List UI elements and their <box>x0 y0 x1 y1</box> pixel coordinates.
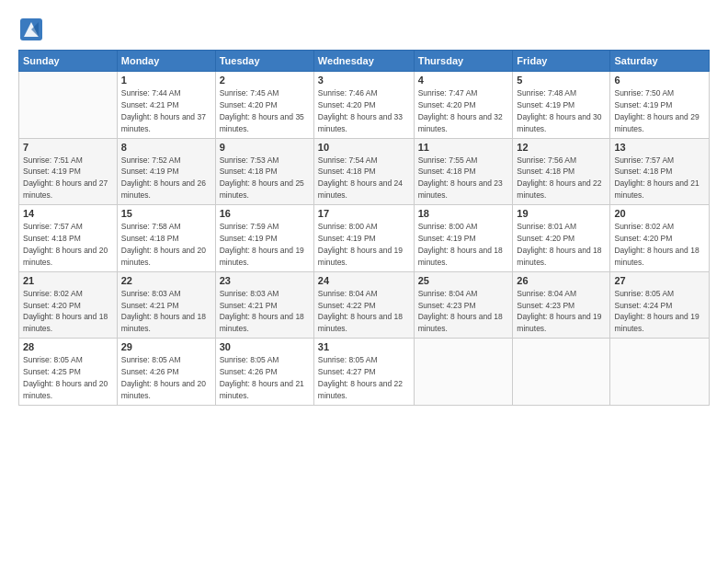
day-number: 31 <box>318 341 410 352</box>
calendar-cell: 2Sunrise: 7:45 AMSunset: 4:20 PMDaylight… <box>215 72 313 139</box>
day-number: 30 <box>220 341 310 352</box>
day-number: 4 <box>418 75 509 86</box>
calendar-cell: 21Sunrise: 8:02 AMSunset: 4:20 PMDayligh… <box>19 271 118 339</box>
weekday-header-row: SundayMondayTuesdayWednesdayThursdayFrid… <box>19 51 710 72</box>
calendar-cell: 1Sunrise: 7:44 AMSunset: 4:21 PMDaylight… <box>117 72 215 139</box>
calendar-cell: 11Sunrise: 7:55 AMSunset: 4:18 PMDayligh… <box>414 138 513 205</box>
calendar-cell: 27Sunrise: 8:05 AMSunset: 4:24 PMDayligh… <box>610 271 710 339</box>
day-number: 29 <box>121 341 211 352</box>
day-info: Sunrise: 8:04 AMSunset: 4:23 PMDaylight:… <box>418 289 503 334</box>
day-info: Sunrise: 8:00 AMSunset: 4:19 PMDaylight:… <box>318 222 403 267</box>
day-info: Sunrise: 8:04 AMSunset: 4:23 PMDaylight:… <box>517 289 601 334</box>
calendar-cell: 16Sunrise: 7:59 AMSunset: 4:19 PMDayligh… <box>215 205 313 272</box>
day-number: 25 <box>418 275 509 286</box>
calendar-cell: 3Sunrise: 7:46 AMSunset: 4:20 PMDaylight… <box>313 72 414 139</box>
weekday-header: Wednesday <box>313 51 414 72</box>
calendar-cell <box>414 339 513 406</box>
day-info: Sunrise: 7:47 AMSunset: 4:20 PMDaylight:… <box>418 88 503 133</box>
day-info: Sunrise: 8:03 AMSunset: 4:21 PMDaylight:… <box>220 289 304 334</box>
calendar-cell: 7Sunrise: 7:51 AMSunset: 4:19 PMDaylight… <box>19 138 118 205</box>
day-number: 16 <box>220 208 310 219</box>
day-info: Sunrise: 7:59 AMSunset: 4:19 PMDaylight:… <box>220 222 304 267</box>
logo <box>18 17 48 42</box>
calendar-cell: 10Sunrise: 7:54 AMSunset: 4:18 PMDayligh… <box>313 138 414 205</box>
calendar-cell <box>610 339 710 406</box>
day-info: Sunrise: 7:50 AMSunset: 4:19 PMDaylight:… <box>614 88 699 133</box>
calendar-cell: 24Sunrise: 8:04 AMSunset: 4:22 PMDayligh… <box>313 271 414 339</box>
weekday-header: Friday <box>513 51 610 72</box>
day-info: Sunrise: 7:48 AMSunset: 4:19 PMDaylight:… <box>517 88 601 133</box>
calendar-cell: 8Sunrise: 7:52 AMSunset: 4:19 PMDaylight… <box>117 138 215 205</box>
weekday-header: Tuesday <box>215 51 313 72</box>
day-number: 7 <box>23 142 113 153</box>
day-number: 27 <box>614 275 705 286</box>
day-number: 6 <box>614 75 705 86</box>
calendar-cell: 28Sunrise: 8:05 AMSunset: 4:25 PMDayligh… <box>19 339 118 406</box>
calendar-week-row: 21Sunrise: 8:02 AMSunset: 4:20 PMDayligh… <box>19 271 710 339</box>
day-number: 22 <box>121 275 211 286</box>
calendar-cell <box>19 72 118 139</box>
day-info: Sunrise: 7:52 AMSunset: 4:19 PMDaylight:… <box>121 155 206 201</box>
day-number: 2 <box>220 75 310 86</box>
day-info: Sunrise: 7:46 AMSunset: 4:20 PMDaylight:… <box>318 88 403 133</box>
day-info: Sunrise: 8:05 AMSunset: 4:26 PMDaylight:… <box>121 355 206 400</box>
calendar-week-row: 14Sunrise: 7:57 AMSunset: 4:18 PMDayligh… <box>19 205 710 272</box>
day-info: Sunrise: 7:45 AMSunset: 4:20 PMDaylight:… <box>220 88 304 133</box>
day-info: Sunrise: 8:05 AMSunset: 4:24 PMDaylight:… <box>614 289 699 334</box>
day-info: Sunrise: 7:57 AMSunset: 4:18 PMDaylight:… <box>23 222 108 267</box>
day-info: Sunrise: 7:54 AMSunset: 4:18 PMDaylight:… <box>318 155 403 201</box>
day-number: 18 <box>418 208 509 219</box>
day-number: 21 <box>23 275 113 286</box>
day-number: 24 <box>318 275 410 286</box>
calendar-cell: 9Sunrise: 7:53 AMSunset: 4:18 PMDaylight… <box>215 138 313 205</box>
day-info: Sunrise: 7:57 AMSunset: 4:18 PMDaylight:… <box>614 155 699 201</box>
weekday-header: Monday <box>117 51 215 72</box>
day-number: 5 <box>517 75 606 86</box>
calendar-cell: 19Sunrise: 8:01 AMSunset: 4:20 PMDayligh… <box>513 205 610 272</box>
calendar-table: SundayMondayTuesdayWednesdayThursdayFrid… <box>18 50 710 406</box>
calendar-cell: 13Sunrise: 7:57 AMSunset: 4:18 PMDayligh… <box>610 138 710 205</box>
calendar-cell: 12Sunrise: 7:56 AMSunset: 4:18 PMDayligh… <box>513 138 610 205</box>
weekday-header: Saturday <box>610 51 710 72</box>
calendar-cell: 5Sunrise: 7:48 AMSunset: 4:19 PMDaylight… <box>513 72 610 139</box>
day-info: Sunrise: 8:05 AMSunset: 4:25 PMDaylight:… <box>23 355 108 400</box>
day-number: 3 <box>318 75 410 86</box>
calendar-week-row: 1Sunrise: 7:44 AMSunset: 4:21 PMDaylight… <box>19 72 710 139</box>
day-info: Sunrise: 8:02 AMSunset: 4:20 PMDaylight:… <box>614 222 699 267</box>
calendar-cell: 23Sunrise: 8:03 AMSunset: 4:21 PMDayligh… <box>215 271 313 339</box>
calendar-week-row: 7Sunrise: 7:51 AMSunset: 4:19 PMDaylight… <box>19 138 710 205</box>
calendar-cell: 20Sunrise: 8:02 AMSunset: 4:20 PMDayligh… <box>610 205 710 272</box>
calendar-cell: 17Sunrise: 8:00 AMSunset: 4:19 PMDayligh… <box>313 205 414 272</box>
day-info: Sunrise: 7:55 AMSunset: 4:18 PMDaylight:… <box>418 155 503 201</box>
calendar-week-row: 28Sunrise: 8:05 AMSunset: 4:25 PMDayligh… <box>19 339 710 406</box>
calendar-cell: 4Sunrise: 7:47 AMSunset: 4:20 PMDaylight… <box>414 72 513 139</box>
day-number: 14 <box>23 208 113 219</box>
day-info: Sunrise: 7:53 AMSunset: 4:18 PMDaylight:… <box>220 155 304 201</box>
calendar-cell: 6Sunrise: 7:50 AMSunset: 4:19 PMDaylight… <box>610 72 710 139</box>
weekday-header: Thursday <box>414 51 513 72</box>
day-number: 8 <box>121 142 211 153</box>
calendar-cell: 25Sunrise: 8:04 AMSunset: 4:23 PMDayligh… <box>414 271 513 339</box>
day-info: Sunrise: 8:05 AMSunset: 4:27 PMDaylight:… <box>318 355 403 400</box>
day-info: Sunrise: 7:51 AMSunset: 4:19 PMDaylight:… <box>23 155 108 201</box>
calendar-cell <box>513 339 610 406</box>
day-info: Sunrise: 8:03 AMSunset: 4:21 PMDaylight:… <box>121 289 206 334</box>
day-number: 10 <box>318 142 410 153</box>
logo-icon <box>18 17 44 42</box>
day-info: Sunrise: 7:44 AMSunset: 4:21 PMDaylight:… <box>121 88 206 133</box>
day-number: 28 <box>23 341 113 352</box>
day-info: Sunrise: 7:58 AMSunset: 4:18 PMDaylight:… <box>121 222 206 267</box>
day-number: 11 <box>418 142 509 153</box>
calendar-cell: 14Sunrise: 7:57 AMSunset: 4:18 PMDayligh… <box>19 205 118 272</box>
calendar-cell: 29Sunrise: 8:05 AMSunset: 4:26 PMDayligh… <box>117 339 215 406</box>
calendar-cell: 26Sunrise: 8:04 AMSunset: 4:23 PMDayligh… <box>513 271 610 339</box>
day-info: Sunrise: 8:05 AMSunset: 4:26 PMDaylight:… <box>220 355 304 400</box>
day-number: 26 <box>517 275 606 286</box>
calendar-cell: 31Sunrise: 8:05 AMSunset: 4:27 PMDayligh… <box>313 339 414 406</box>
page-header <box>18 17 710 42</box>
weekday-header: Sunday <box>19 51 118 72</box>
day-info: Sunrise: 8:04 AMSunset: 4:22 PMDaylight:… <box>318 289 403 334</box>
day-number: 1 <box>121 75 211 86</box>
calendar-cell: 30Sunrise: 8:05 AMSunset: 4:26 PMDayligh… <box>215 339 313 406</box>
day-number: 20 <box>614 208 705 219</box>
